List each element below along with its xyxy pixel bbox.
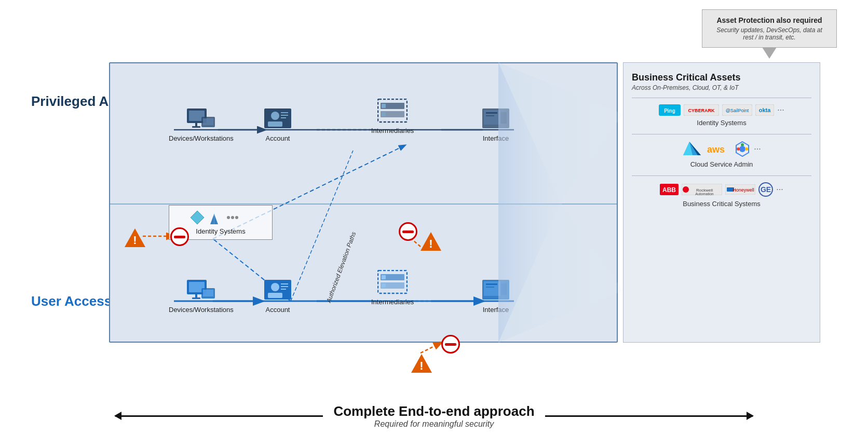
asset-protection-callout: Asset Protection also required Security … [702,9,837,48]
user-intermediaries-label: Intermediaries [371,298,414,306]
svg-text:okta: okta [759,107,771,113]
svg-text:Ping: Ping [664,108,675,114]
svg-text:!: ! [429,237,432,250]
svg-text:Automation: Automation [696,192,714,195]
priv-intermediaries-icon [377,99,408,125]
diagram-container: Privileged Access User Access [16,47,851,384]
bca-title: Business Critical Assets [632,72,811,83]
svg-point-92 [683,186,689,193]
priv-devices-label: Devices/Workstations [169,134,234,142]
bca-subtitle: Across On-Premises, Cloud, OT, & IoT [632,84,811,91]
svg-rect-48 [281,289,286,290]
svg-point-87 [745,147,748,151]
svg-rect-30 [382,104,386,108]
user-account-icon [262,278,293,304]
svg-rect-53 [382,283,386,288]
svg-rect-49 [378,270,407,293]
priv-account-label: Account [266,134,290,142]
svg-text:aws: aws [707,144,725,155]
warning-center: ! [419,231,442,254]
user-account-node: Account [262,278,293,314]
priv-intermediaries-label: Intermediaries [371,127,414,134]
svg-rect-27 [378,99,407,122]
svg-rect-31 [382,112,386,116]
svg-point-62 [227,216,230,219]
ot-logos: ABB Rockwell Automation Honeywell [632,182,811,197]
svg-rect-23 [268,121,282,127]
svg-rect-40 [192,297,200,299]
svg-rect-18 [192,126,200,128]
no-entry-bottom [441,335,460,354]
priv-account-node: Account [262,106,293,142]
warning-left: ! [124,227,146,250]
user-access-label: User Access [31,293,112,309]
no-entry-center [399,222,417,241]
callout-title: Asset Protection also required [711,16,828,24]
callout-text: Security updates, DevSecOps, data at res… [711,26,828,41]
cloud-section-label: Cloud Service Admin [632,160,811,168]
svg-text:!: ! [419,359,423,372]
ot-section: ABB Rockwell Automation Honeywell [632,182,811,208]
svg-rect-47 [281,286,288,287]
svg-rect-39 [195,294,197,297]
identity-logos: Ping CYBERARK @SailPoint okta ··· [632,104,811,116]
user-devices-icon [185,278,216,304]
priv-account-icon [262,106,293,132]
bottom-section: Complete End-to-end approach Required fo… [0,401,868,429]
identity-systems-label: Identity Systems [175,227,266,235]
svg-point-64 [235,216,238,219]
user-intermediaries-icon [377,270,408,296]
svg-rect-34 [486,112,497,114]
bca-panel: Business Critical Assets Across On-Premi… [623,62,820,343]
svg-rect-46 [281,283,288,284]
cloud-section: aws ··· Cloud Service Admin [632,141,811,168]
svg-point-63 [231,216,234,219]
svg-text:CYBERARK: CYBERARK [688,108,715,113]
svg-point-44 [271,283,279,291]
priv-devices-icon [185,106,216,132]
svg-text:!: ! [133,234,137,247]
svg-rect-24 [281,112,288,113]
svg-rect-26 [281,117,286,118]
svg-text:@SailPoint: @SailPoint [726,108,749,113]
warning-bottom: ! [410,353,433,376]
svg-text:ABB: ABB [662,186,676,194]
bottom-arrows: Complete End-to-end approach Required fo… [0,403,868,429]
user-intermediaries-node: Intermediaries [371,270,414,306]
svg-point-86 [737,147,740,151]
svg-rect-56 [486,283,497,285]
svg-rect-17 [195,123,197,126]
svg-text:Honeywell: Honeywell [733,187,755,193]
user-devices-node: Devices/Workstations [169,278,234,314]
cloud-logos: aws ··· [632,141,811,157]
left-arrow [115,415,323,417]
priv-devices-node: Devices/Workstations [169,106,234,142]
identity-section-label: Identity Systems [632,119,811,127]
svg-rect-25 [281,115,288,116]
svg-rect-42 [203,290,213,296]
identity-systems-section: Ping CYBERARK @SailPoint okta ··· [632,104,811,127]
bottom-title: Complete End-to-end approach [333,403,534,419]
funnel-shape [498,62,623,343]
right-arrow [545,415,753,417]
svg-rect-20 [203,118,213,125]
svg-rect-45 [268,293,282,298]
svg-rect-52 [382,275,386,279]
no-entry-left [170,227,189,246]
svg-rect-35 [486,115,494,116]
user-account-label: Account [266,306,290,314]
svg-rect-57 [486,287,494,288]
svg-text:GE: GE [761,185,771,194]
svg-point-85 [739,146,745,152]
svg-point-88 [741,143,744,146]
ot-section-label: Business Critical Systems [632,200,811,208]
svg-point-22 [271,112,279,120]
svg-line-14 [421,343,441,353]
priv-intermediaries-node: Intermediaries [371,99,414,134]
bottom-subtitle: Required for meaningful security [333,419,534,429]
svg-marker-59 [191,211,204,224]
user-devices-label: Devices/Workstations [169,306,234,314]
